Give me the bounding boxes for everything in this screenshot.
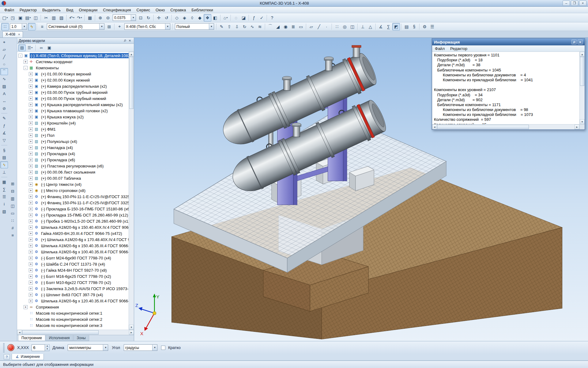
tree-expander-icon[interactable]: +	[29, 127, 33, 131]
interrupt-command-button[interactable]	[7, 344, 14, 351]
tree-tab-1[interactable]: Исполнения	[46, 335, 73, 341]
tree-expander-icon[interactable]: +	[29, 256, 33, 260]
tree-expander-icon[interactable]: +	[29, 274, 33, 278]
tree-item[interactable]: +◉(-) Центр тяжести (х4)	[17, 181, 129, 187]
info-close-icon[interactable]: ✕	[578, 40, 583, 44]
settings-icon[interactable]: ☰	[428, 23, 436, 30]
tree-item[interactable]: +⚙Шпилька А1М20-6g х 100.40.35.III.4 ГОС…	[17, 249, 129, 255]
info-scroll-down-icon[interactable]: ▼	[580, 119, 585, 124]
sweep-icon[interactable]: ∿	[248, 23, 256, 30]
pan-icon[interactable]: ✛	[155, 14, 163, 21]
tree-item[interactable]: +⚙(-) Шайба С.24 ГОСТ 11371-78 (х4)	[17, 261, 129, 267]
tree-vscroll-track[interactable]	[129, 57, 134, 325]
tree-item[interactable]: +⚙(-) Болт М10-6gх22 ГОСТ 7798-70 (х2)	[17, 279, 129, 286]
tree-hscroll-thumb[interactable]	[22, 330, 99, 335]
tree-expander-icon[interactable]: +	[29, 207, 33, 211]
ortho-icon[interactable]: ⊥	[0, 169, 8, 176]
tree-expander-icon[interactable]: +	[29, 78, 33, 82]
property-help-button[interactable]: ?	[4, 354, 10, 360]
tree-expander-icon[interactable]: -	[24, 66, 28, 70]
arc-icon[interactable]: ⌒	[0, 68, 8, 75]
tree-panel-icon[interactable]: ▧	[0, 208, 8, 215]
dropdown-arrow-icon[interactable]: ▼	[131, 15, 136, 21]
mirror-body-icon[interactable]: ◫	[349, 23, 356, 30]
info-hscroll-track[interactable]	[437, 125, 575, 129]
scroll-left-icon[interactable]: ◄	[17, 330, 22, 335]
compact-pattern-icon[interactable]: ∷	[9, 217, 17, 224]
tree-expander-icon[interactable]: +	[29, 146, 33, 150]
tree-item[interactable]: +▧(+) 00.00.07 Табличка	[17, 175, 129, 181]
tree-item[interactable]: +▣(+) 02.00.00 Кожух нижний	[17, 77, 129, 83]
tree-expander-icon[interactable]: -	[18, 54, 22, 58]
variables-panel-icon[interactable]: ∑	[0, 186, 8, 193]
tree-expander-icon[interactable]: +	[29, 97, 33, 101]
value-stepper[interactable]: 6 ▲▼	[32, 344, 50, 351]
tree-relations-icon[interactable]: ∞	[38, 44, 45, 51]
parametrize-icon[interactable]: ƒ	[0, 122, 8, 129]
cut-extrude-icon[interactable]: ⇩	[233, 23, 241, 30]
snap-lightning-icon[interactable]: ϟ	[28, 23, 36, 30]
tree-item[interactable]: +▧(+) Накладка (х4)	[17, 144, 129, 151]
info-hscroll-thumb[interactable]	[437, 125, 529, 129]
tree-item[interactable]: +⚙Шпилька А1М20-6g х 150.40.40Х.IV.4 ГОС…	[17, 224, 129, 230]
selection-filter-icon[interactable]: ▽	[0, 137, 8, 144]
tree-item[interactable]: +⚙(-) Болт М24-6gх90 ГОСТ 7798-70 (х4)	[17, 255, 129, 261]
tree-horizontal-scrollbar[interactable]: ◄ ►	[17, 330, 134, 335]
spin-up-icon[interactable]: ▲	[45, 345, 49, 348]
compact-layers-icon[interactable]: ≡	[9, 232, 17, 239]
rib-icon[interactable]: ≣	[289, 23, 297, 30]
info-horizontal-scrollbar[interactable]: ◄ ►	[432, 124, 585, 129]
dropdown-arrow-icon[interactable]: ▼	[209, 24, 214, 29]
loft-icon[interactable]: ≋	[256, 23, 264, 30]
measure-icon[interactable]: ∡	[377, 23, 385, 30]
text-tool-icon[interactable]: А	[0, 90, 8, 97]
tree-expander-icon[interactable]: +	[29, 164, 33, 168]
compact-plane-icon[interactable]: ▭	[9, 210, 17, 217]
dropdown-arrow-icon[interactable]: ▼	[165, 24, 170, 29]
hole-icon[interactable]: ◉	[282, 23, 289, 30]
tree-item[interactable]: +⚙(-) Прокладка 15-ПМБ ОСТ 26.260.460-99…	[17, 212, 129, 218]
layers-icon[interactable]: ≡	[38, 23, 46, 30]
tree-item[interactable]: +⚙(-) Гайка М24-6Н ГОСТ 5927-70 (х8)	[17, 267, 129, 273]
spin-down-icon[interactable]: ▼	[45, 348, 49, 351]
orientation-icon[interactable]: ⌂▾	[222, 14, 229, 21]
angle-units-combo[interactable]: градусы ▼	[124, 344, 157, 351]
tree-expander-icon[interactable]: +	[29, 115, 33, 119]
rotate-view-icon[interactable]: ↺	[163, 14, 170, 21]
report-icon[interactable]: ▤	[403, 23, 410, 30]
tree-expander-icon[interactable]: +	[29, 189, 33, 193]
menu-item-0[interactable]: Файл	[2, 7, 17, 13]
fillet-icon[interactable]: ⌒	[266, 23, 274, 30]
zoom-out-icon[interactable]: ⊖	[104, 14, 112, 21]
tree-expander-icon[interactable]: +	[29, 219, 33, 223]
layer-settings-icon[interactable]: ⊞	[105, 23, 113, 30]
mate-icon[interactable]: ⊥	[359, 23, 367, 30]
scroll-down-icon[interactable]: ▼	[129, 325, 134, 330]
info-vertical-scrollbar[interactable]: ▲ ▼	[579, 52, 585, 124]
tree-item[interactable]: +✛Системы координат	[17, 59, 129, 65]
dimension-tool-icon[interactable]: ↔	[0, 98, 8, 105]
zoom-area-icon[interactable]: ⊡	[137, 14, 145, 21]
document-tab-close-icon[interactable]: ×	[18, 33, 20, 36]
tree-item[interactable]: -▦Компоненты	[17, 65, 129, 71]
tree-item[interactable]: -▣(-) X-408 (Тел-0, Сборочных единиц-18,…	[17, 52, 129, 59]
tree-item[interactable]: +⚙(+) Шпилька А1М20-6g х 170.48.40Х.IV.4…	[17, 236, 129, 243]
shaded-edges-icon[interactable]: ❖	[204, 14, 211, 21]
info-menu-item-1[interactable]: Редактор	[447, 46, 470, 52]
spec-icon[interactable]: §	[410, 23, 418, 30]
point-icon[interactable]: ∙	[323, 23, 330, 30]
tree-item[interactable]: +▣(+) Крышка распределительной камеры (х…	[17, 102, 129, 108]
tree-item[interactable]: +⚙Шпилька А1М20-6g х 150.40.35.III.4 ГОС…	[17, 243, 129, 249]
tree-expander-icon[interactable]: +	[29, 182, 33, 186]
tree-item[interactable]: +▧(+) Полукольцо (х4)	[17, 138, 129, 144]
perspective-icon[interactable]: ◧	[211, 14, 219, 21]
tree-item[interactable]: +∷Массив по концентрической сетке:1	[17, 310, 129, 316]
tree-item[interactable]: +▧(+) 00.00.06 Лист скольжения	[17, 169, 129, 175]
library-panel-icon[interactable]: ▦	[0, 178, 8, 186]
layer-combo[interactable]: Системный слой (0)▼	[47, 23, 104, 30]
context-combo[interactable]: X-408 (Тел-0, Сбс▼	[124, 23, 170, 30]
chamfer-icon[interactable]: ◢	[274, 23, 282, 30]
close-button[interactable]: ×	[579, 1, 586, 6]
section-icon[interactable]: ◩	[392, 23, 400, 30]
tree-expander-icon[interactable]: +	[29, 140, 33, 144]
